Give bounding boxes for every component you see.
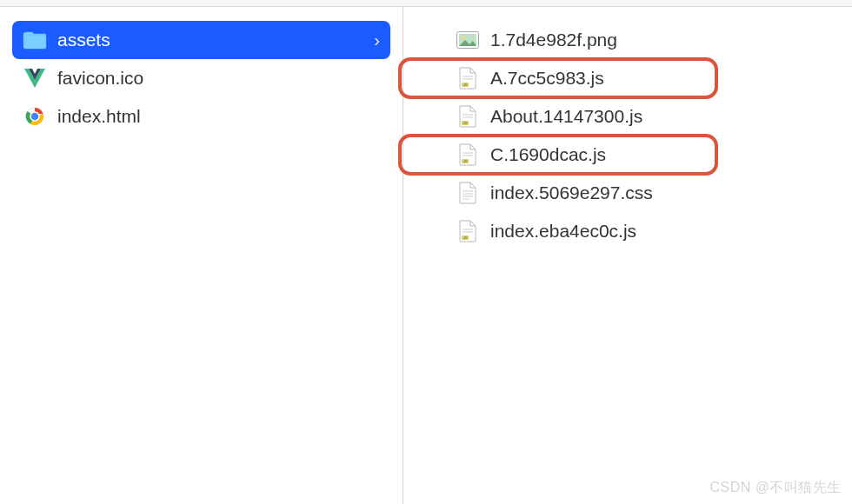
file-label: index.eba4ec0c.js bbox=[490, 221, 829, 242]
file-label: 1.7d4e982f.png bbox=[490, 30, 829, 50]
chevron-right-icon: › bbox=[374, 30, 380, 50]
file-row-index-html[interactable]: index.html bbox=[12, 97, 390, 136]
file-row-png[interactable]: 1.7d4e982f.png bbox=[445, 21, 840, 59]
svg-point-2 bbox=[32, 114, 38, 120]
file-row-favicon[interactable]: favicon.ico bbox=[12, 59, 390, 97]
file-row-about-js[interactable]: JS About.14147300.js bbox=[445, 97, 840, 136]
file-label: A.7cc5c983.js bbox=[490, 68, 829, 89]
folder-label: assets bbox=[57, 30, 363, 50]
watermark: CSDN @不叫猫先生 bbox=[709, 479, 842, 497]
file-row-index-css[interactable]: index.5069e297.css bbox=[445, 174, 840, 212]
file-row-a-js[interactable]: JS A.7cc5c983.js bbox=[445, 59, 840, 97]
image-file-icon bbox=[456, 28, 480, 52]
css-file-icon bbox=[456, 181, 480, 205]
folder-icon bbox=[23, 28, 47, 52]
left-column: assets › favicon.ico index.html bbox=[0, 7, 403, 504]
vue-icon bbox=[23, 66, 47, 90]
svg-text:JS: JS bbox=[463, 83, 468, 87]
svg-text:JS: JS bbox=[463, 121, 468, 125]
js-file-icon: JS bbox=[456, 143, 480, 167]
chrome-icon bbox=[23, 104, 47, 129]
svg-point-6 bbox=[462, 36, 465, 39]
js-file-icon: JS bbox=[456, 104, 480, 129]
toolbar bbox=[0, 0, 852, 7]
js-file-icon: JS bbox=[456, 219, 480, 243]
file-row-index-js[interactable]: JS index.eba4ec0c.js bbox=[445, 212, 840, 250]
columns-container: assets › favicon.ico index.html 1.7d4e98… bbox=[0, 7, 852, 504]
svg-text:JS: JS bbox=[463, 235, 468, 240]
file-row-c-js[interactable]: JS C.1690dcac.js bbox=[445, 136, 840, 174]
right-column: 1.7d4e982f.png JS A.7cc5c983.js JS About… bbox=[403, 7, 852, 504]
js-file-icon: JS bbox=[456, 66, 480, 90]
file-label: About.14147300.js bbox=[490, 106, 829, 127]
file-label: favicon.ico bbox=[57, 68, 380, 89]
folder-row-assets[interactable]: assets › bbox=[12, 21, 390, 59]
file-label: C.1690dcac.js bbox=[490, 144, 829, 165]
file-label: index.5069e297.css bbox=[490, 182, 829, 203]
file-label: index.html bbox=[57, 106, 380, 127]
svg-text:JS: JS bbox=[463, 159, 468, 163]
